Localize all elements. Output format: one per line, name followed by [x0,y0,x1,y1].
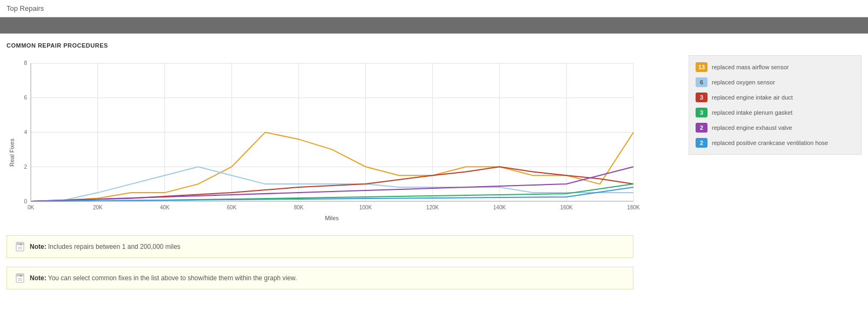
legend-label-pcv-hose: replaced positive crankcase ventilation … [712,140,828,146]
note-box-1: Note: Includes repairs between 1 and 200… [6,235,633,258]
svg-text:0K: 0K [28,205,35,210]
svg-text:20K: 20K [93,205,103,210]
y-axis-title: Real Fixes [9,138,15,167]
svg-text:0: 0 [24,199,27,205]
note-content-2: You can select common fixes in the list … [46,274,297,282]
legend-item-oxygen-sensor[interactable]: 6 replaced oxygen sensor [696,77,854,87]
legend-label-intake-air-duct: replaced engine intake air duct [712,94,793,101]
legend-label-oxygen-sensor: replaced oxygen sensor [712,79,775,85]
page-title: Top Repairs [6,4,44,12]
note-icon-1 [15,241,25,252]
legend-item-exhaust-valve[interactable]: 2 replaced engine exhaust valve [696,123,854,133]
note-box-2: Note: You can select common fixes in the… [6,267,633,289]
toolbar [0,17,868,34]
legend-badge-oxygen-sensor: 6 [696,77,707,87]
svg-text:140K: 140K [493,205,506,210]
note-icon-2 [15,273,25,283]
svg-text:160K: 160K [560,205,573,210]
legend-item-intake-plenum[interactable]: 3 replaced intake plenum gasket [696,108,854,117]
note-content-1: Includes repairs between 1 and 200,000 m… [46,243,181,250]
legend-label-intake-plenum: replaced intake plenum gasket [712,109,792,116]
chart-container: Real Fixes 8 6 4 2 0 [6,55,862,225]
svg-text:40K: 40K [160,205,170,210]
note-bold-2: Note: [30,274,46,282]
top-bar: Top Repairs [0,0,868,17]
line-oxygen-sensor [31,167,633,201]
legend-item-pcv-hose[interactable]: 2 replaced positive crankcase ventilatio… [696,138,854,148]
chart-area: Real Fixes 8 6 4 2 0 [6,55,678,225]
legend-badge-pcv-hose: 2 [696,138,707,148]
svg-text:60K: 60K [227,205,237,210]
svg-text:80K: 80K [294,205,304,210]
section-title: COMMON REPAIR PROCEDURES [6,42,862,49]
legend-badge-exhaust-valve: 2 [696,123,707,133]
legend-badge-intake-air-duct: 3 [696,93,707,102]
legend: 13 replaced mass airflow sensor 6 replac… [689,55,862,155]
main-content: COMMON REPAIR PROCEDURES Real Fixes 8 6 … [0,34,868,304]
svg-text:2: 2 [24,164,27,170]
note-text-1: Note: Includes repairs between 1 and 200… [30,243,181,250]
legend-label-mass-airflow: replaced mass airflow sensor [712,64,789,70]
svg-text:120K: 120K [426,205,439,210]
svg-text:4: 4 [24,129,27,135]
svg-text:100K: 100K [359,205,372,210]
legend-badge-intake-plenum: 3 [696,108,707,117]
note-text-2: Note: You can select common fixes in the… [30,274,297,282]
legend-item-mass-airflow[interactable]: 13 replaced mass airflow sensor [696,62,854,72]
legend-label-exhaust-valve: replaced engine exhaust valve [712,124,792,131]
legend-item-intake-air-duct[interactable]: 3 replaced engine intake air duct [696,93,854,102]
svg-text:6: 6 [24,95,27,101]
svg-text:8: 8 [24,60,27,66]
legend-badge-mass-airflow: 13 [696,62,707,72]
note-bold-1: Note: [30,243,46,250]
svg-text:Miles: Miles [325,215,339,221]
svg-text:180K: 180K [627,205,640,210]
chart-svg: Real Fixes 8 6 4 2 0 [6,55,644,223]
